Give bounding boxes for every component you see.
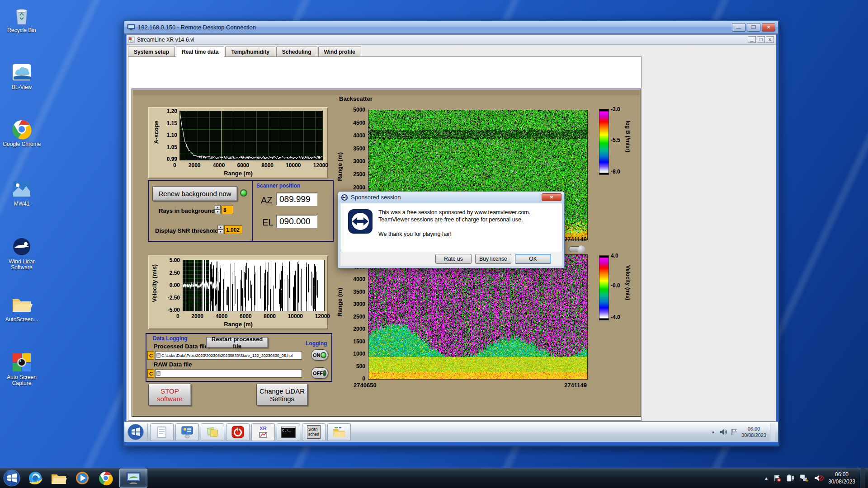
restart-processed-file-button[interactable]: Restart processed file	[206, 337, 268, 348]
tick-label: 1.05	[167, 144, 177, 150]
rdp-title-bar[interactable]: 192.168.0.150 - Remote Desktop Connectio…	[124, 21, 778, 34]
rdp-maximize-button[interactable]: ❐	[747, 23, 760, 32]
tick-label: -5.00	[168, 307, 180, 313]
dialog-title: Sponsored session	[351, 194, 401, 201]
wind-lidar-icon	[11, 236, 33, 258]
stop-software-button[interactable]: STOP software	[148, 384, 191, 406]
desktop-icon-autoscreen-folder[interactable]: AutoScreen...	[1, 294, 42, 323]
raw-drive-box[interactable]: C	[147, 369, 154, 378]
remote-app-streamline-xr[interactable]: XR	[251, 423, 275, 441]
taskbar: ▲ ! 06:00 30/08/2023	[0, 468, 868, 488]
velocity-heatmap-y-ticks: 5000450040003500300025002000150010005000	[346, 251, 365, 382]
taskbar-explorer-icon[interactable]	[47, 468, 71, 488]
time-scroll-knob[interactable]	[569, 246, 585, 252]
taskbar-chrome-icon[interactable]	[94, 468, 118, 488]
rays-value[interactable]: 8	[222, 206, 233, 214]
desktop-icon-recycle-bin[interactable]: Recycle Bin	[1, 5, 42, 33]
rdp-window-title: 192.168.0.150 - Remote Desktop Connectio…	[138, 24, 731, 31]
velocity-y-axis-label: Velocity (m/s)	[151, 264, 158, 302]
start-button[interactable]	[0, 468, 24, 488]
taskbar-clock[interactable]: 06:00 30/08/2023	[828, 471, 855, 485]
remote-clock[interactable]: 06:00 30/08/2023	[741, 426, 766, 438]
remote-app-scan-scheduler[interactable]: Scan sched	[302, 423, 326, 441]
snr-spinner[interactable]: ▲▼	[217, 225, 223, 234]
change-lidar-settings-button[interactable]: Change LiDAR Settings	[256, 384, 308, 406]
desktop-icon-google-chrome[interactable]: Google Chrome	[1, 118, 42, 147]
stop-line1: STOP	[160, 387, 179, 395]
rdp-minimize-button[interactable]: —	[732, 23, 745, 32]
tab-scheduling[interactable]: Scheduling	[276, 47, 317, 56]
velocity-x-axis-label: Range (m)	[149, 321, 327, 328]
ascope-plot[interactable]	[179, 111, 323, 160]
ok-button[interactable]: OK	[515, 254, 551, 264]
velocity-plot[interactable]	[183, 260, 325, 311]
processed-logging-toggle[interactable]: ON	[311, 349, 328, 361]
az-label: AZ	[261, 195, 273, 206]
desktop-icon-bl-view[interactable]: BL-View	[1, 61, 42, 90]
desktop-icon-wind-lidar[interactable]: Wind Lidar Software	[1, 236, 42, 271]
buy-license-button[interactable]: Buy license	[475, 254, 511, 264]
remote-app-display-settings[interactable]	[175, 423, 199, 441]
tick-label: 0	[362, 375, 365, 382]
taskbar-media-player-icon[interactable]	[71, 468, 94, 488]
system-tray: ▲ ! 06:00 30/08/2023	[764, 468, 868, 488]
action-center-flag-icon[interactable]	[773, 474, 781, 482]
velocity-x-start-label: 2740650	[354, 382, 377, 389]
app-title-bar[interactable]: StreamLine XR v14-6.vi ▁ ❐ ✕	[127, 35, 776, 45]
remote-app-sticky-notes[interactable]	[201, 423, 224, 441]
tick-label: 12000	[315, 313, 330, 319]
tab-real-time-data[interactable]: Real time data	[176, 47, 224, 57]
remote-app-command-prompt[interactable]: C:\_	[277, 423, 300, 441]
processed-path-field[interactable]: C:\Lidar\Data\Proc\2023\202308\20230830\…	[155, 351, 302, 360]
cmd-icon: C:\_	[281, 426, 296, 438]
tick-label: 5.00	[170, 257, 180, 263]
desktop-icon-label: MW41	[1, 201, 42, 207]
dialog-title-bar[interactable]: Sponsored session ✕	[338, 192, 564, 203]
ascope-y-axis-label: A-scope	[153, 121, 160, 144]
app-close-button[interactable]: ✕	[766, 36, 774, 43]
tab-temp-humidity[interactable]: Temp/humidity	[225, 47, 275, 56]
tray-expand-icon[interactable]: ▲	[764, 476, 769, 481]
el-value[interactable]: 090.000	[276, 215, 317, 228]
show-desktop-button[interactable]	[860, 468, 865, 488]
velocity-heatmap-plot[interactable]	[368, 254, 588, 380]
change-line1: Change LiDAR	[259, 387, 305, 395]
remote-start-button[interactable]	[127, 423, 144, 441]
renew-background-button[interactable]: Renew background now	[152, 186, 237, 201]
desktop-icon-label: Google Chrome	[1, 141, 42, 147]
power-battery-icon[interactable]	[786, 474, 795, 482]
remote-app-explorer[interactable]	[327, 423, 351, 441]
rays-spinner[interactable]: ▲▼	[215, 205, 221, 214]
processed-drive-box[interactable]: C	[147, 351, 154, 360]
network-status-icon[interactable]: !	[799, 474, 809, 482]
desktop-icon-mw41[interactable]: MW41	[1, 178, 42, 207]
tick-label: 2.50	[170, 270, 180, 276]
raw-path-field[interactable]	[155, 369, 302, 378]
remote-app-stop-power[interactable]	[226, 423, 250, 441]
tick-label: 500	[356, 363, 365, 370]
folder-icon	[11, 294, 33, 315]
taskbar-ie-icon[interactable]	[24, 468, 47, 488]
app-minimize-button[interactable]: ▁	[748, 36, 756, 43]
rate-us-button[interactable]: Rate us	[435, 254, 472, 264]
app-window-title: StreamLine XR v14-6.vi	[137, 37, 747, 43]
remote-show-desktop-button[interactable]	[770, 423, 775, 441]
knob-handle[interactable]	[577, 245, 585, 253]
remote-tray-expand-icon[interactable]: ▲	[711, 430, 715, 434]
volume-muted-icon[interactable]	[814, 474, 824, 482]
remote-speaker-icon[interactable]	[719, 428, 727, 436]
desktop-icon-auto-screen-capture[interactable]: Auto Screen Capture	[1, 352, 42, 386]
taskbar-rdp-window-button[interactable]	[119, 469, 147, 488]
tick-label: 0.99	[167, 156, 177, 162]
tab-system-setup[interactable]: System setup	[128, 47, 175, 56]
rdp-close-button[interactable]: ✕	[762, 23, 775, 32]
app-restore-button[interactable]: ❐	[757, 36, 765, 43]
tab-wind-profile[interactable]: Wind profile	[318, 47, 361, 56]
dialog-close-button[interactable]: ✕	[542, 193, 561, 201]
raw-logging-toggle[interactable]: OFF	[311, 367, 328, 379]
taskbar-separator	[147, 424, 148, 440]
az-value[interactable]: 089.999	[276, 192, 317, 206]
snr-value[interactable]: 1.002	[224, 225, 242, 234]
remote-action-center-flag-icon[interactable]	[731, 428, 738, 436]
remote-app-notepad[interactable]	[150, 423, 174, 441]
